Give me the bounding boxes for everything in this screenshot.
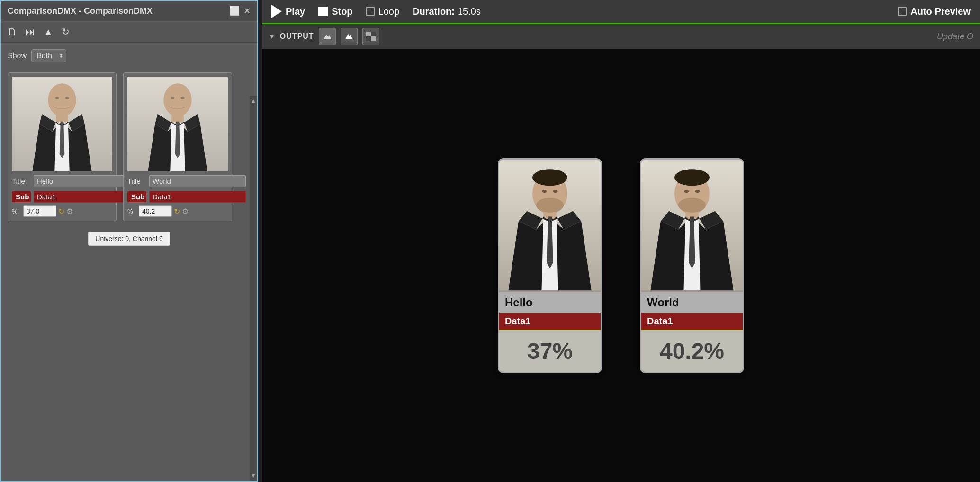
card2-cycle-icon[interactable]: ↻ [174,207,180,216]
svg-rect-12 [366,32,371,36]
preview-image-1 [499,160,601,292]
card2-title-input[interactable] [149,175,246,187]
panel-title-bar: ComparisonDMX - ComparisonDMX ⬜ ✕ [1,1,257,21]
duration-value: 15.0s [458,6,481,17]
separator [258,0,262,482]
card1-pct-row: % ↻ ⚙ [12,205,112,217]
play-label: Play [286,6,305,17]
svg-point-21 [542,190,547,193]
svg-point-29 [695,190,700,193]
top-bar: Play Stop Loop Duration: 15.0s Auto Prev… [262,0,980,24]
item-card-2: Title Sub % ↻ ⚙ [123,72,232,221]
preview-name-1: Hello [499,292,601,313]
close-icon[interactable]: ✕ [243,6,251,16]
preview-sub-1: Data1 [499,313,601,330]
auto-preview-label: Auto Preview [910,6,971,17]
minimize-icon[interactable]: ⬜ [229,6,240,16]
svg-point-19 [532,169,567,186]
duration-label: Duration: [413,6,455,17]
card1-title-label: Title [12,177,31,185]
show-row: Show Both Left Right ⬍ [1,43,257,69]
output-icon-alpha[interactable] [341,28,358,45]
svg-point-26 [674,169,710,186]
card-image-1 [12,77,112,171]
svg-point-8 [163,83,191,116]
right-panel: Play Stop Loop Duration: 15.0s Auto Prev… [262,0,980,482]
loop-row: Loop [366,6,400,17]
svg-point-28 [684,190,689,193]
title-icons: ⬜ ✕ [229,6,251,16]
card1-title-input[interactable] [34,175,130,187]
scroll-up-arrow[interactable]: ▲ [251,98,256,104]
card2-pct-input[interactable] [139,205,172,217]
scroll-down-arrow[interactable]: ▼ [251,473,256,479]
svg-point-2 [48,83,76,116]
stop-button[interactable]: Stop [318,6,352,17]
stop-square-icon [318,7,328,16]
svg-point-5 [65,97,69,99]
svg-rect-15 [366,36,371,41]
svg-point-10 [171,97,174,99]
card-image-2 [127,77,228,171]
output-label: OUTPUT [280,32,314,41]
play-step-icon[interactable]: ⏭ [26,27,35,37]
tooltip-bar: Universe: 0, Channel 9 [88,232,170,246]
preview-sub-2: Data1 [641,313,743,330]
card2-title-label: Title [127,177,146,185]
card2-title-row: Title [127,175,228,187]
update-label: Update O [937,32,973,42]
preview-pct-2: 40.2% [641,330,743,372]
loop-label: Loop [378,6,400,17]
card1-pct-label: % [12,208,21,215]
card2-sub-row: Sub [127,191,228,203]
svg-point-22 [553,190,558,193]
preview-card-1: Hello Data1 37% [498,158,602,373]
svg-rect-14 [371,32,376,36]
preview-card-2: World Data1 40.2% [640,158,744,373]
card1-sub-input[interactable] [34,191,130,203]
loop-checkbox[interactable] [366,7,375,16]
svg-point-20 [536,198,564,213]
card1-cycle-icon[interactable]: ↻ [58,207,64,216]
output-collapse-arrow[interactable]: ▼ [269,33,275,40]
card2-sub-label: Sub [127,191,146,202]
svg-rect-13 [371,36,376,41]
preview-image-2 [641,160,743,292]
panel-title: ComparisonDMX - ComparisonDMX [8,6,153,16]
svg-point-27 [678,198,706,213]
upload-icon[interactable]: ▲ [44,27,53,37]
auto-preview-row: Auto Preview [898,6,971,17]
refresh-icon[interactable]: ↻ [62,26,70,37]
item-card-1: Title Sub % ↻ ⚙ [8,72,117,221]
scroll-area: ▲ ▼ [250,96,257,481]
play-triangle-icon [271,5,282,18]
output-bar: ▼ OUTPUT Update O [262,24,980,49]
preview-pct-1: 37% [499,330,601,372]
card1-pct-input[interactable] [23,205,56,217]
card2-pct-label: % [127,208,137,215]
new-icon[interactable]: 🗋 [8,27,17,37]
left-panel: ComparisonDMX - ComparisonDMX ⬜ ✕ 🗋 ⏭ ▲ … [0,0,258,482]
auto-preview-checkbox[interactable] [898,7,907,16]
svg-rect-9 [171,113,183,122]
svg-point-11 [180,97,184,99]
play-button[interactable]: Play [271,5,305,18]
duration-row: Duration: 15.0s [413,6,481,17]
show-label: Show [8,52,27,60]
svg-rect-3 [56,113,68,122]
card1-sub-label: Sub [12,191,31,202]
card1-settings-icon[interactable]: ⚙ [66,207,73,216]
card1-sub-row: Sub [12,191,112,203]
show-select[interactable]: Both Left Right [31,49,66,62]
output-icon-mountain[interactable] [319,28,336,45]
card1-title-row: Title [12,175,112,187]
card2-sub-input[interactable] [149,191,246,203]
card2-pct-row: % ↻ ⚙ [127,205,228,217]
svg-point-4 [55,97,59,99]
show-select-wrapper: Both Left Right ⬍ [31,49,66,62]
main-canvas: Hello Data1 37% [262,49,980,482]
card2-settings-icon[interactable]: ⚙ [182,207,189,216]
preview-name-2: World [641,292,743,313]
output-icon-checker[interactable] [362,28,379,45]
stop-label: Stop [332,6,352,17]
